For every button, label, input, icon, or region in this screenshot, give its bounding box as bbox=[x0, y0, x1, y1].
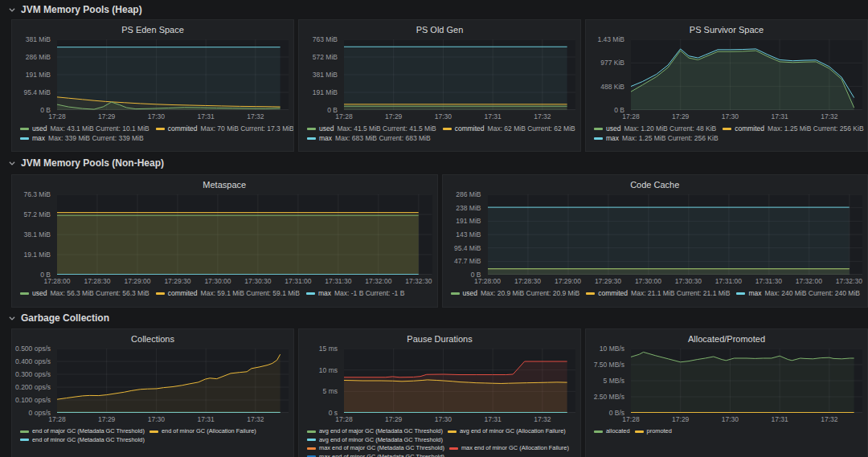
legend-row: maxMax: 683 MiB Current: 683 MiB bbox=[307, 134, 574, 144]
legend-item[interactable]: end of minor GC (Allocation Failure) bbox=[149, 427, 256, 436]
chart-plot[interactable] bbox=[57, 194, 432, 275]
legend-item[interactable]: max end of major GC (Metadata GC Thresho… bbox=[307, 444, 444, 453]
legend-label: used bbox=[319, 124, 334, 134]
legend-item[interactable]: usedMax: 43.1 MiB Current: 10.1 MiB bbox=[20, 124, 149, 134]
chart-plot[interactable] bbox=[631, 39, 862, 110]
panel-pause-durations: Pause Durations15 ms10 ms5 ms0 s17:2817:… bbox=[298, 328, 581, 457]
chart-plot[interactable] bbox=[57, 39, 289, 110]
legend-item[interactable]: maxMax: 339 MiB Current: 339 MiB bbox=[20, 134, 144, 144]
legend-item[interactable]: max end of minor GC (Allocation Failure) bbox=[449, 444, 569, 453]
y-tick-label: 381 MiB bbox=[26, 35, 51, 43]
y-tick-label: 286 MiB bbox=[456, 190, 481, 198]
legend-item[interactable]: commitedMax: 70 MiB Current: 17.3 MiB bbox=[156, 124, 294, 134]
x-tick-label: 17:30 bbox=[722, 112, 739, 120]
panel-title[interactable]: PS Survivor Space bbox=[586, 20, 867, 39]
legend-swatch-icon bbox=[448, 430, 457, 433]
legend: usedMax: 43.1 MiB Current: 10.1 MiBcommi… bbox=[12, 122, 293, 143]
legend-item[interactable]: maxMax: 683 MiB Current: 683 MiB bbox=[307, 134, 431, 144]
x-tick-label: 17:29 bbox=[98, 112, 115, 120]
legend-row: usedMax: 1.20 MiB Current: 48 KiBcommite… bbox=[594, 124, 861, 134]
legend-item[interactable]: promoted bbox=[635, 427, 672, 436]
legend-label: max bbox=[32, 134, 45, 144]
panel-code-cache: Code Cache286 MiB238 MiB191 MiB143 MiB95… bbox=[442, 174, 868, 308]
y-tick-label: 0.500 ops/s bbox=[15, 345, 51, 353]
y-tick-label: 143 MiB bbox=[456, 231, 481, 239]
legend-item[interactable]: usedMax: 20.9 MiB Current: 20.9 MiB bbox=[451, 289, 580, 299]
legend-item[interactable]: commitedMax: 1.25 MiB Current: 256 KiB bbox=[723, 124, 863, 134]
x-tick-label: 17:29:30 bbox=[595, 277, 621, 285]
x-tick-label: 17:31 bbox=[772, 415, 788, 423]
legend-item[interactable]: commitedMax: 62 MiB Current: 62 MiB bbox=[443, 124, 575, 134]
chart-body: 76.3 MiB57.2 MiB38.1 MiB19.1 MiB0 B17:28… bbox=[12, 194, 437, 287]
panel-title[interactable]: Collections bbox=[12, 329, 293, 349]
chart-body: 10 MB/s7.50 MB/s5 MB/s2.50 MB/s0 B/s17:2… bbox=[586, 349, 867, 425]
x-tick-label: 17:32 bbox=[247, 112, 264, 120]
section-header-garbage-collection[interactable]: Garbage Collection bbox=[0, 308, 868, 328]
y-tick-label: 191 MiB bbox=[313, 88, 338, 96]
chart-body: 286 MiB238 MiB191 MiB143 MiB95.4 MiB47.7… bbox=[443, 194, 868, 287]
legend-label: commited bbox=[455, 124, 485, 134]
y-axis: 1.43 MiB977 KiB488 KiB0 B bbox=[586, 39, 631, 110]
y-tick-label: 47.7 MiB bbox=[454, 257, 481, 265]
legend-item[interactable]: commitedMax: 21.1 MiB Current: 21.1 MiB bbox=[586, 289, 730, 299]
legend-swatch-icon bbox=[443, 128, 452, 130]
legend-item[interactable]: maxMax: 1.25 MiB Current: 256 KiB bbox=[594, 134, 719, 144]
legend-swatch-icon bbox=[635, 430, 644, 433]
legend-item[interactable]: end of major GC (Metadata GC Threshold) bbox=[20, 427, 145, 436]
legend-label: max bbox=[606, 134, 619, 144]
x-tick-label: 17:30:00 bbox=[635, 277, 661, 285]
y-tick-label: 977 KiB bbox=[600, 59, 624, 67]
legend-label: avg end of minor GC (Metadata GC Thresho… bbox=[319, 436, 443, 445]
legend-stats: Max: 59.1 MiB Current: 59.1 MiB bbox=[201, 289, 300, 299]
legend-item[interactable]: allocated bbox=[594, 427, 630, 436]
chart-plot[interactable] bbox=[631, 349, 862, 413]
panel-title[interactable]: Code Cache bbox=[443, 175, 868, 194]
x-tick-label: 17:30:30 bbox=[675, 277, 702, 285]
legend-row: usedMax: 41.5 MiB Current: 41.5 MiBcommi… bbox=[307, 124, 574, 134]
legend-item[interactable]: avg end of minor GC (Allocation Failure) bbox=[448, 427, 566, 436]
y-tick-label: 10 MB/s bbox=[600, 345, 624, 353]
legend-item[interactable]: avg end of minor GC (Metadata GC Thresho… bbox=[307, 436, 443, 445]
legend-item[interactable]: max end of minor GC (Metadata GC Thresho… bbox=[307, 453, 444, 457]
section-header-heap[interactable]: JVM Memory Pools (Heap) bbox=[0, 0, 868, 19]
legend-swatch-icon bbox=[156, 292, 165, 295]
chart-plot[interactable] bbox=[344, 349, 575, 413]
y-axis: 15 ms10 ms5 ms0 s bbox=[299, 349, 344, 413]
legend-item[interactable]: avg end of major GC (Metadata GC Thresho… bbox=[307, 427, 443, 436]
chart-plot[interactable] bbox=[344, 39, 575, 110]
x-tick-label: 17:28 bbox=[335, 112, 352, 120]
x-tick-label: 17:29:00 bbox=[124, 277, 150, 285]
x-tick-label: 17:32:00 bbox=[796, 277, 822, 285]
legend-item[interactable]: maxMax: -1 B Current: -1 B bbox=[306, 289, 404, 299]
panel-title[interactable]: Metaspace bbox=[12, 175, 437, 194]
legend: usedMax: 56.3 MiB Current: 56.3 MiBcommi… bbox=[12, 287, 437, 299]
legend-stats: Max: 1.25 MiB Current: 256 KiB bbox=[622, 134, 719, 144]
legend-item[interactable]: usedMax: 56.3 MiB Current: 56.3 MiB bbox=[20, 289, 149, 299]
panel-title[interactable]: Allocated/Promoted bbox=[586, 329, 867, 349]
legend-item[interactable]: maxMax: 240 MiB Current: 240 MiB bbox=[736, 289, 860, 299]
legend-item[interactable]: usedMax: 1.20 MiB Current: 48 KiB bbox=[594, 124, 716, 134]
section-header-non-heap[interactable]: JVM Memory Pools (Non-Heap) bbox=[0, 152, 868, 174]
legend-item[interactable]: end of minor GC (Metadata GC Threshold) bbox=[20, 436, 145, 445]
legend-label: used bbox=[606, 124, 620, 134]
chart-plot[interactable] bbox=[57, 349, 289, 413]
y-axis: 0.500 ops/s0.400 ops/s0.300 ops/s0.200 o… bbox=[12, 349, 57, 413]
section-title: Garbage Collection bbox=[21, 312, 109, 324]
chart-plot[interactable] bbox=[488, 194, 863, 275]
panel-title[interactable]: PS Old Gen bbox=[299, 20, 580, 39]
legend-item[interactable]: commitedMax: 59.1 MiB Current: 59.1 MiB bbox=[156, 289, 300, 299]
panel-title[interactable]: PS Eden Space bbox=[12, 20, 293, 39]
legend-row: avg end of major GC (Metadata GC Thresho… bbox=[307, 427, 574, 436]
section-title: JVM Memory Pools (Heap) bbox=[21, 4, 142, 15]
x-tick-label: 17:31 bbox=[485, 112, 502, 120]
legend: usedMax: 41.5 MiB Current: 41.5 MiBcommi… bbox=[299, 122, 580, 143]
y-tick-label: 15 ms bbox=[319, 345, 338, 353]
panel-title[interactable]: Pause Durations bbox=[299, 329, 580, 349]
legend: usedMax: 1.20 MiB Current: 48 KiBcommite… bbox=[586, 122, 867, 143]
panel-allocated-promoted: Allocated/Promoted10 MB/s7.50 MB/s5 MB/s… bbox=[585, 328, 868, 457]
x-tick-label: 17:32:30 bbox=[836, 277, 862, 285]
y-axis: 286 MiB238 MiB191 MiB143 MiB95.4 MiB47.7… bbox=[443, 194, 488, 275]
legend-item[interactable]: usedMax: 41.5 MiB Current: 41.5 MiB bbox=[307, 124, 436, 134]
legend-swatch-icon bbox=[20, 292, 29, 295]
y-tick-label: 57.2 MiB bbox=[23, 210, 51, 218]
